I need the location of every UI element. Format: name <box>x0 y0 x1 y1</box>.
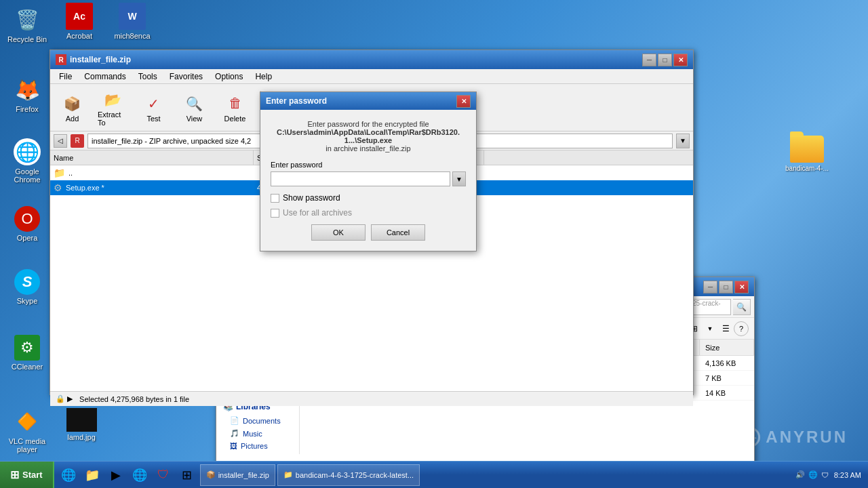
dialog-titlebar[interactable]: Enter password ✕ <box>260 92 476 110</box>
explorer-window-controls: ─ □ ✕ <box>703 281 749 293</box>
skype-image: S <box>14 269 40 295</box>
exe-icon: ⚙ <box>54 182 62 193</box>
explorer-minimize-btn[interactable]: ─ <box>703 281 717 293</box>
tray-icon-2[interactable]: 🌐 <box>808 470 818 479</box>
delete-icon: 🗑 <box>224 93 246 115</box>
anyrun-text: ANYRUN <box>766 428 848 447</box>
sidebar-documents-icon: 📄 <box>230 416 239 425</box>
vlc-icon[interactable]: 🔶 VLC media player <box>3 405 51 456</box>
taskbar-explorer-item[interactable]: 📁 bandicam-4-6-3-1725-crack-latest... <box>277 464 420 486</box>
vlc-image: 🔶 <box>14 408 41 435</box>
taskbar-ie-icon[interactable]: 🌐 <box>58 464 79 486</box>
taskbar-winrar-item[interactable]: 📦 installer_file.zip <box>200 464 275 486</box>
note-size: 7 KB <box>700 371 754 385</box>
winrar-titlebar[interactable]: R installer_file.zip ─ □ ✕ <box>50 50 693 69</box>
dialog-password-label: Enter password <box>271 161 466 169</box>
vlc-label: VLC media player <box>6 437 48 453</box>
sidebar-music[interactable]: 🎵 Music <box>216 427 299 440</box>
toolbar-add-btn[interactable]: 📦 Add <box>54 89 91 126</box>
status-icons: 🔒 ▶ <box>56 394 73 403</box>
winrar-window-controls: ─ □ ✕ <box>642 54 688 66</box>
winrar-minimize-btn[interactable]: ─ <box>642 54 656 66</box>
search-go-btn[interactable]: 🔍 <box>733 299 751 315</box>
sidebar-pictures[interactable]: 🖼 Pictures <box>216 440 299 452</box>
col-name-header[interactable]: Name <box>50 150 254 165</box>
dialog-info-line1: Enter password for the encrypted file <box>271 120 466 128</box>
skype-icon[interactable]: S Skype <box>3 266 51 308</box>
use-for-all-label: Use for all archives <box>283 208 352 218</box>
winrar-maximize-btn[interactable]: □ <box>658 54 672 66</box>
add-label: Add <box>66 115 79 123</box>
lamd-icon[interactable]: lamd.jpg <box>58 405 105 444</box>
cancel-button[interactable]: Cancel <box>371 224 425 241</box>
password-dropdown-btn[interactable]: ▼ <box>452 171 466 186</box>
sidebar-documents[interactable]: 📄 Documents <box>216 414 299 427</box>
firefox-icon[interactable]: 🦊 Firefox <box>3 73 51 116</box>
acrobat-label: Acrobat <box>66 32 92 40</box>
show-password-row: Show password <box>271 193 466 203</box>
address-dropdown[interactable]: ▼ <box>676 134 690 148</box>
system-tray: 🔊 🌐 🛡 <box>795 470 829 479</box>
menu-favorites[interactable]: Favorites <box>164 70 208 83</box>
view-label: View <box>186 115 203 123</box>
tray-icon-3[interactable]: 🛡 <box>821 471 829 479</box>
opera-icon[interactable]: O Opera <box>3 203 51 245</box>
explorer-maximize-btn[interactable]: □ <box>719 281 733 293</box>
ok-button[interactable]: OK <box>311 224 366 241</box>
acrobat-icon[interactable]: Ac Acrobat <box>56 0 103 43</box>
clock[interactable]: 8:23 AM <box>834 471 861 479</box>
taskbar-winrar-icon: 📦 <box>206 470 216 479</box>
show-password-checkbox[interactable] <box>271 194 279 203</box>
explorer-close-btn[interactable]: ✕ <box>734 281 749 293</box>
winrar-title-icon: R <box>56 54 66 65</box>
folder-icon <box>790 136 824 163</box>
password-input[interactable] <box>271 171 450 186</box>
address-back-btn[interactable]: ◁ <box>54 134 67 148</box>
toolbar-extract-btn[interactable]: 📂 Extract To <box>94 85 132 130</box>
view-controls: ⊞ ▼ ☰ ? <box>687 321 749 336</box>
winrar-close-btn[interactable]: ✕ <box>673 54 688 66</box>
ccleaner-icon[interactable]: ⚙ CCleaner <box>3 332 51 373</box>
menu-tools[interactable]: Tools <box>133 70 163 83</box>
winrar-title-text: installer_file.zip <box>70 55 131 64</box>
dialog-close-btn[interactable]: ✕ <box>456 95 471 108</box>
firefox-label: Firefox <box>16 105 39 113</box>
start-button[interactable]: ⊞ Start <box>0 462 54 488</box>
toolbar-delete-btn[interactable]: 🗑 Delete <box>216 89 254 126</box>
recycle-bin-icon[interactable]: 🗑️ Recycle Bin <box>3 3 51 46</box>
taskbar-winrar-label: installer_file.zip <box>218 471 269 479</box>
setup-name: ⚙ Setup.exe * <box>50 180 254 195</box>
toolbar-view-btn[interactable]: 🔍 View <box>176 89 213 126</box>
toolbar-test-btn[interactable]: ✓ Test <box>135 89 172 126</box>
bandicam-folder-label: bandicam-4-... <box>785 165 829 172</box>
use-for-all-checkbox[interactable] <box>271 209 279 218</box>
menu-file[interactable]: File <box>54 70 77 83</box>
taskbar-taskbar-icon[interactable]: ⊞ <box>176 464 198 486</box>
bandicam-desktop-folder[interactable]: bandicam-4-... <box>780 136 834 172</box>
taskbar-explorer-label: bandicam-4-6-3-1725-crack-latest... <box>296 471 414 479</box>
taskbar: ⊞ Start 🌐 📁 ▶ 🌐 🛡 ⊞ 📦 installer_file.zip… <box>0 461 868 488</box>
parent-dir-name: 📁 .. <box>50 165 254 180</box>
menu-commands[interactable]: Commands <box>79 70 131 83</box>
delete-label: Delete <box>224 115 246 123</box>
chrome-icon[interactable]: 🌐 Google Chrome <box>3 136 51 186</box>
details-view-btn[interactable]: ☰ <box>718 321 733 336</box>
pass-size: 14 KB <box>700 386 754 400</box>
folder-up-icon: 📁 <box>54 167 65 178</box>
menu-options[interactable]: Options <box>210 70 248 83</box>
taskbar-folder-icon[interactable]: 📁 <box>81 464 103 486</box>
taskbar-media-icon[interactable]: ▶ <box>105 464 127 486</box>
word-doc-icon[interactable]: W mich8enca <box>108 0 156 43</box>
taskbar-shield-icon[interactable]: 🛡 <box>153 464 174 486</box>
th-size[interactable]: Size <box>700 340 754 355</box>
sidebar-videos[interactable]: 🎬 Videos <box>216 452 299 454</box>
firefox-image: 🦊 <box>14 76 41 103</box>
dialog-body: Enter password for the encrypted file C:… <box>260 110 476 251</box>
help-btn[interactable]: ? <box>734 321 749 336</box>
view-dropdown-btn[interactable]: ▼ <box>703 321 717 336</box>
start-label: Start <box>22 470 43 480</box>
menu-help[interactable]: Help <box>250 70 277 83</box>
opera-image: O <box>14 206 40 232</box>
tray-icon-1[interactable]: 🔊 <box>795 470 805 479</box>
taskbar-chrome-icon[interactable]: 🌐 <box>129 464 151 486</box>
